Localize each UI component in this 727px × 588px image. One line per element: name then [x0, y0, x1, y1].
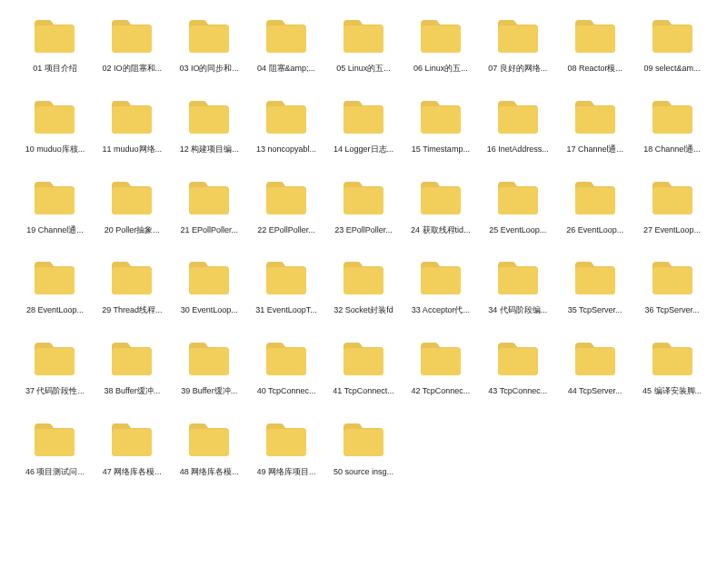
folder-icon [264, 99, 308, 135]
folder-label: 36 TcpServer... [645, 305, 700, 315]
folder-icon [342, 341, 385, 377]
folder-item[interactable]: 30 EventLoop... [176, 260, 243, 315]
folder-icon [419, 260, 463, 296]
folder-item[interactable]: 35 TcpServer... [562, 260, 628, 315]
folder-item[interactable]: 01 项目介绍 [22, 18, 88, 74]
folder-item[interactable]: 15 Timestamp... [407, 99, 473, 154]
folder-icon [110, 260, 154, 296]
folder-item[interactable]: 27 EventLoop... [639, 180, 705, 235]
folder-label: 11 muduo网络... [103, 145, 163, 154]
folder-item[interactable]: 07 良好的网络... [484, 18, 551, 74]
folder-label: 03 IO的同步和... [179, 64, 239, 74]
folder-icon [264, 260, 308, 296]
folder-icon [419, 99, 463, 135]
folder-item[interactable]: 02 IO的阻塞和... [99, 18, 165, 74]
folder-icon [651, 341, 694, 377]
folder-label: 26 EventLoop... [566, 225, 623, 235]
folder-item[interactable]: 10 muduo库核... [22, 99, 88, 154]
folder-item[interactable]: 50 source insg... [331, 422, 397, 477]
folder-item[interactable]: 25 EventLoop... [484, 180, 551, 235]
folder-label: 10 muduo库核... [25, 145, 85, 154]
folder-item[interactable]: 12 构建项目编... [176, 99, 243, 154]
folder-label: 22 EPollPoller... [257, 225, 315, 235]
folder-icon [573, 99, 617, 135]
folder-icon [651, 260, 694, 296]
folder-item[interactable]: 18 Channel通... [639, 99, 705, 154]
folder-icon [110, 99, 154, 135]
folder-label: 05 Linux的五... [336, 64, 391, 74]
folder-label: 17 Channel通... [566, 145, 623, 154]
folder-item[interactable]: 40 TcpConnec... [254, 341, 320, 396]
folder-icon [573, 260, 617, 296]
folder-icon [33, 99, 76, 135]
folder-item[interactable]: 19 Channel通... [22, 180, 88, 235]
folder-label: 07 良好的网络... [488, 64, 547, 74]
folder-item[interactable]: 43 TcpConnec... [484, 341, 551, 396]
folder-icon [264, 341, 308, 377]
folder-item[interactable]: 29 Thread线程... [99, 260, 165, 315]
folder-icon [264, 18, 308, 55]
folder-icon [342, 180, 385, 216]
folder-label: 48 网络库各模... [180, 467, 239, 477]
folder-item[interactable]: 39 Buffer缓冲... [176, 341, 243, 396]
folder-icon [496, 260, 540, 296]
folder-label: 30 EventLoop... [181, 305, 238, 315]
folder-item[interactable]: 31 EventLoopT... [254, 260, 320, 315]
folder-label: 40 TcpConnec... [257, 386, 316, 396]
folder-label: 15 Timestamp... [412, 145, 470, 154]
folder-item[interactable]: 36 TcpServer... [639, 260, 705, 315]
folder-icon [573, 341, 617, 377]
folder-item[interactable]: 14 Logger日志... [331, 99, 397, 154]
folder-item[interactable]: 41 TcpConnect... [331, 341, 397, 396]
folder-label: 45 编译安装脚... [642, 386, 702, 396]
folder-item[interactable]: 17 Channel通... [562, 99, 628, 154]
folder-label: 44 TcpServer... [568, 386, 622, 396]
folder-item[interactable]: 13 noncopyabl... [254, 99, 320, 154]
folder-item[interactable]: 16 InetAddress... [484, 99, 551, 154]
folder-item[interactable]: 06 Linux的五... [407, 18, 473, 74]
folder-icon [187, 422, 231, 458]
folder-icon [496, 180, 540, 216]
folder-item[interactable]: 21 EPollPoller... [176, 180, 243, 235]
folder-item[interactable]: 20 Poller抽象... [99, 180, 165, 235]
folder-label: 01 项目介绍 [33, 64, 77, 74]
folder-item[interactable]: 28 EventLoop... [22, 260, 88, 315]
folder-item[interactable]: 04 阻塞&amp;... [254, 18, 320, 74]
folder-item[interactable]: 46 项目测试问... [22, 422, 88, 477]
folder-label: 29 Thread线程... [102, 305, 162, 315]
folder-item[interactable]: 22 EPollPoller... [254, 180, 320, 235]
folder-item[interactable]: 33 Acceptor代... [407, 260, 473, 315]
folder-item[interactable]: 42 TcpConnec... [407, 341, 473, 396]
folder-item[interactable]: 08 Reactor模... [562, 18, 628, 74]
folder-icon [496, 18, 540, 55]
folder-item[interactable]: 45 编译安装脚... [639, 341, 705, 396]
folder-icon [342, 422, 385, 458]
folder-icon [342, 18, 385, 55]
folder-label: 39 Buffer缓冲... [181, 386, 237, 396]
folder-icon [33, 180, 76, 216]
folder-item[interactable]: 37 代码阶段性... [22, 341, 88, 396]
folder-item[interactable]: 47 网络库各模... [99, 422, 165, 477]
folder-item[interactable]: 34 代码阶段编... [484, 260, 551, 315]
folder-icon [110, 422, 154, 458]
folder-item[interactable]: 49 网络库项目... [254, 422, 320, 477]
folder-item[interactable]: 44 TcpServer... [562, 341, 628, 396]
folder-item[interactable]: 48 网络库各模... [176, 422, 243, 477]
folder-item[interactable]: 23 EPollPoller... [331, 180, 397, 235]
folder-item[interactable]: 32 Socket封装fd [331, 260, 397, 315]
folder-item[interactable]: 09 select&am... [639, 18, 705, 74]
folder-item[interactable]: 38 Buffer缓冲... [99, 341, 165, 396]
folder-item[interactable]: 03 IO的同步和... [176, 18, 243, 74]
folder-item[interactable]: 26 EventLoop... [562, 180, 628, 235]
folder-icon [110, 18, 154, 55]
folder-item[interactable]: 05 Linux的五... [331, 18, 397, 74]
folder-item[interactable]: 11 muduo网络... [99, 99, 165, 154]
folder-icon [33, 18, 76, 55]
folder-label: 49 网络库项目... [257, 467, 316, 477]
folder-item[interactable]: 24 获取线程tid... [407, 180, 473, 235]
folder-label: 16 InetAddress... [487, 145, 549, 154]
folder-icon [33, 260, 76, 296]
folder-icon [342, 260, 385, 296]
folder-label: 06 Linux的五... [413, 64, 468, 74]
folder-label: 24 获取线程tid... [411, 225, 471, 235]
